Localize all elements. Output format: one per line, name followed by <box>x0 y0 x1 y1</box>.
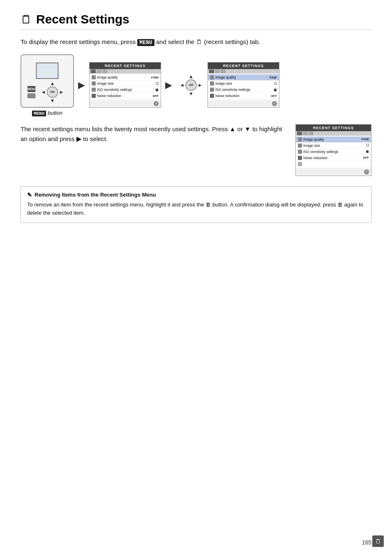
row-value-3-2: ☐ <box>366 144 369 147</box>
row-text-3-3: ISO sensitivity settings <box>303 150 366 154</box>
menu-screenshot-1: RECENT SETTINGS Image quality FINE Image… <box>89 62 161 108</box>
nav-up-2: ▲ <box>189 74 194 79</box>
page-title: Recent Settings <box>36 12 129 26</box>
note-box: ✎ Removing Items from the Recent Setting… <box>21 186 371 223</box>
row-value-3-4: 0FF <box>363 156 369 160</box>
row-text-2-1: Image quality <box>215 75 270 79</box>
up-arrow-symbol: ▲ <box>230 125 236 132</box>
menu-header-2: RECENT SETTINGS <box>208 63 279 69</box>
row-value-4: 0FF <box>153 94 159 98</box>
description-text: The recent settings menu lists the twent… <box>21 124 283 144</box>
note-text-2: button. A confirmation dialog will be di… <box>212 202 336 208</box>
help-icon-3: ? <box>364 169 369 174</box>
menu-row-iso-1: ISO sensitivity settings ▣ <box>90 87 161 93</box>
tab-3-3 <box>309 132 314 135</box>
desc-text-1: The recent settings menu lists the twent… <box>21 125 228 132</box>
tab-bar-1 <box>90 69 161 74</box>
desc-or: or <box>238 125 243 132</box>
menu-rows-2: Image quality FINE Image size ☐ ISO sens… <box>208 74 279 100</box>
row-icon-3-4 <box>298 156 302 160</box>
row-icon-3-3 <box>298 150 302 154</box>
menu-key-label: MENU <box>137 39 154 46</box>
row-icon-1 <box>92 75 96 79</box>
row-text-3: ISO sensitivity settings <box>97 88 155 92</box>
menu-row-noise-3: Noise reduction 0FF <box>296 155 371 161</box>
arrow-2: ▶ <box>165 80 172 90</box>
help-icon-2: ? <box>272 101 277 106</box>
note-title: ✎ Removing Items from the Recent Setting… <box>27 192 365 198</box>
camera-button-2 <box>28 93 36 98</box>
ok-button: OK <box>46 86 58 98</box>
row-text-2: Image size <box>97 81 156 86</box>
row-value-3-3: ▣ <box>366 150 369 153</box>
nav-up-arrow: ▲ <box>50 81 55 86</box>
menu-row-iq-3: Image quality FINE <box>296 137 371 143</box>
page-number: 165 <box>362 539 371 546</box>
row-value-2-2: ☐ <box>274 82 277 86</box>
menu-key-text: MENU <box>32 111 46 116</box>
button-suffix: button <box>48 110 62 116</box>
tab-bar-3 <box>296 131 371 136</box>
row-text-3-1: Image quality <box>303 137 362 141</box>
row-value-3: ▣ <box>155 88 159 92</box>
menu-row-image-quality-2: Image quality FINE <box>208 74 279 81</box>
menu-row-image-size-1: Image size ☐ <box>90 81 161 87</box>
row-text-3-2: Image size <box>303 144 366 148</box>
row-icon-3-5 <box>298 162 302 166</box>
note-text: To remove an item from the recent settin… <box>27 201 365 218</box>
desc-text-4: to select. <box>83 135 108 142</box>
row-icon-2 <box>92 81 96 86</box>
menu-row-noise-1: Noise reduction 0FF <box>90 93 161 99</box>
menu-row-iso-2: ISO sensitivity settings ▣ <box>208 87 279 93</box>
tab-3-2 <box>303 132 308 135</box>
row-icon-2-1 <box>210 75 214 79</box>
help-icon-1: ? <box>154 101 159 106</box>
nav-down-2: ▼ <box>189 91 194 97</box>
row-icon-2-2 <box>210 81 214 86</box>
menu-screenshot-3: RECENT SETTINGS Image quality FINE Image… <box>295 124 371 176</box>
recent-settings-icon: 🗒 <box>21 13 32 26</box>
intro-paragraph: To display the recent settings menu, pre… <box>21 37 371 47</box>
row-text-2-2: Image size <box>215 81 274 86</box>
tab-2 <box>97 70 101 73</box>
tab-3-1 <box>297 132 302 135</box>
row-icon-2-3 <box>210 88 214 92</box>
intro-text-2: and select the <box>156 38 194 45</box>
note-pencil-icon: ✎ <box>27 192 32 198</box>
menu-row-blank-3 <box>296 161 371 167</box>
menu-row-image-size-2: Image size ☐ <box>208 81 279 87</box>
arrow-1: ▶ <box>78 80 85 90</box>
menu-row-iso-3: ISO sensitivity settings ▣ <box>296 149 371 155</box>
row-icon-4 <box>92 94 96 98</box>
nav-control-1: ▲ ◄ OK ► ▼ <box>38 81 67 104</box>
nav-left-2: ◄ <box>180 82 184 88</box>
tab-1 <box>91 70 96 73</box>
row-value-2: ☐ <box>156 82 159 86</box>
menu-row-noise-2: Noise reduction 0FF <box>208 93 279 99</box>
note-text-1: To remove an item from the recent settin… <box>27 202 204 208</box>
row-icon-3 <box>92 88 96 92</box>
menu-button-label-text: MENU button <box>32 110 62 116</box>
nav-control-2: ▲ ◄ OK ► ▼ <box>176 74 206 97</box>
menu-row-is-3: Image size ☐ <box>296 143 371 149</box>
menu-rows-3: Image quality FINE Image size ☐ ISO sens… <box>296 136 371 168</box>
intro-text-3: (recent settings) tab. <box>204 38 260 45</box>
tab-bar-2 <box>208 69 279 74</box>
camera-screen <box>36 63 59 79</box>
menu-bottom-2: ? <box>208 100 279 107</box>
row-text-4: Noise reduction <box>97 94 153 98</box>
nav-right-arrow: ► <box>59 89 64 95</box>
nav-right-2: ► <box>198 82 203 88</box>
down-arrow-symbol: ▼ <box>244 125 251 132</box>
right-arrow-symbol: ▶ <box>76 135 81 142</box>
menu-bottom-3: ? <box>296 168 371 176</box>
row-icon-3-1 <box>298 137 302 141</box>
nav-down-arrow: ▼ <box>50 98 55 104</box>
row-value-2-4: 0FF <box>271 94 277 98</box>
menu-button-diagram: MENU <box>28 86 36 92</box>
row-icon-3-2 <box>298 144 302 148</box>
nav-left-arrow: ◄ <box>41 89 46 95</box>
tab-2-1 <box>209 70 214 73</box>
middle-section: The recent settings menu lists the twent… <box>21 124 371 176</box>
ok-button-2: OK <box>185 79 197 91</box>
